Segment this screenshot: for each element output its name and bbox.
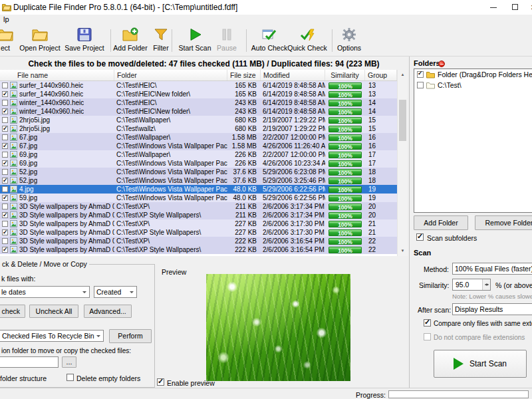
- cell-file-name: surfer_1440x960.heic: [0, 81, 114, 90]
- table-row[interactable]: 59.jpgC:\Test\Windows Vista Wallpaper Pa…: [0, 194, 397, 202]
- column-header-modified[interactable]: Modified: [261, 70, 325, 80]
- row-checkbox[interactable]: [2, 134, 8, 140]
- row-checkbox[interactable]: [2, 229, 8, 235]
- cell-modified: 2/6/2006 3:16:54 PM: [261, 237, 325, 245]
- column-header-file-name[interactable]: File name: [0, 70, 114, 80]
- row-checkbox[interactable]: [2, 143, 8, 149]
- table-row[interactable]: 3D Style wallpapers by AhmaD 004.jpgC:\T…: [0, 219, 397, 228]
- row-checkbox[interactable]: [2, 100, 8, 106]
- check-button[interactable]: check: [0, 305, 25, 318]
- menu-help-partial[interactable]: lp: [1, 15, 11, 23]
- enable-preview-checkbox[interactable]: [157, 378, 164, 386]
- row-checkbox[interactable]: [2, 195, 8, 201]
- minimize-button[interactable]: [484, 0, 503, 15]
- scroll-up-arrow-icon[interactable]: ▲: [398, 70, 408, 80]
- cell-folder: C:\Test\Windows Vista Wallpaper Pack\: [114, 142, 227, 150]
- after-scan-combo[interactable]: Display Results: [452, 303, 532, 315]
- table-row[interactable]: 69.jpgC:\Test\Windows Vista Wallpaper Pa…: [0, 159, 397, 168]
- compare-same-extensions-checkbox[interactable]: [424, 319, 431, 327]
- spin-down-icon[interactable]: [485, 284, 489, 288]
- table-row[interactable]: 3D Style wallpapers by AhmaD 003.jpgC:\T…: [0, 211, 397, 219]
- similarity-spinner[interactable]: 95.0: [452, 279, 491, 291]
- column-header-file-size[interactable]: File size: [227, 70, 261, 80]
- cell-folder: C:\Test\Windows Vista Wallpaper Pack\: [114, 168, 227, 176]
- table-row[interactable]: winter_1440x960.heicC:\Test\HEIC\New fol…: [0, 107, 397, 116]
- maximize-button[interactable]: [505, 0, 524, 15]
- row-checkbox[interactable]: [2, 212, 8, 218]
- action-combo[interactable]: Checked Files To Recycle Bin: [0, 330, 104, 342]
- table-row[interactable]: 2hrjo5i.jpgC:\Test\wallz\680 KB2/19/2007…: [0, 124, 397, 133]
- table-row[interactable]: 69.jpgC:\Test\Wallpaper\226 KB2/2/2007 1…: [0, 150, 397, 159]
- row-checkbox[interactable]: [2, 91, 8, 97]
- cell-file-name: 67.jpg: [0, 133, 114, 142]
- table-row[interactable]: surfer_1440x960.heicC:\Test\HEIC\New fol…: [0, 90, 397, 98]
- table-row[interactable]: 3D Style wallpapers by AhmaD 005.jpgC:\T…: [0, 245, 397, 254]
- scan-subfolders-checkbox[interactable]: [416, 233, 424, 241]
- spinner-arrows[interactable]: [482, 279, 490, 290]
- cell-modified: 2/19/2007 1:29:22 PM: [261, 116, 325, 124]
- row-checkbox[interactable]: [2, 186, 8, 192]
- add-folder-button[interactable]: Add Folder: [414, 215, 468, 230]
- table-row[interactable]: 52.jpgC:\Test\Windows Vista Wallpaper Pa…: [0, 168, 397, 176]
- row-checkbox[interactable]: [2, 238, 8, 244]
- browse-button[interactable]: ...: [62, 356, 76, 368]
- table-row[interactable]: 3D Style wallpapers by AhmaD 004.jpgC:\T…: [0, 228, 397, 237]
- row-checkbox[interactable]: [2, 108, 8, 114]
- destination-folder-input[interactable]: [0, 356, 59, 368]
- table-row[interactable]: 67.jpgC:\Test\Windows Vista Wallpaper Pa…: [0, 142, 397, 150]
- uncheck-all-button[interactable]: Uncheck All: [29, 305, 78, 318]
- column-header-similarity[interactable]: Similarity: [325, 70, 365, 80]
- table-row[interactable]: 3D Style wallpapers by AhmaD 005.jpgC:\T…: [0, 237, 397, 245]
- folder-checkbox[interactable]: [417, 82, 424, 88]
- toolbar-options-button[interactable]: Options: [327, 27, 371, 52]
- perform-button[interactable]: Perform: [109, 329, 152, 343]
- toolbar-auto-check-button[interactable]: Auto Check: [248, 27, 291, 52]
- row-checkbox[interactable]: [2, 169, 8, 175]
- cell-file-name: 2hrjo5i.jpg: [0, 124, 114, 133]
- table-row[interactable]: 3D Style wallpapers by AhmaD 003.jpgC:\T…: [0, 202, 397, 211]
- toolbar-save-project-button[interactable]: Save Project: [61, 27, 108, 52]
- created-combo[interactable]: Created: [94, 286, 137, 298]
- table-row[interactable]: surfer_1440x960.heicC:\Test\HEIC\165 KB6…: [0, 81, 397, 90]
- image-file-icon: [10, 160, 17, 167]
- row-checkbox[interactable]: [2, 221, 8, 227]
- scroll-down-arrow-icon[interactable]: ▼: [398, 246, 408, 256]
- row-checkbox[interactable]: [2, 126, 8, 132]
- row-checkbox[interactable]: [2, 247, 8, 253]
- row-checkbox[interactable]: [2, 82, 8, 88]
- progress-bar: [388, 390, 529, 398]
- file-dates-combo[interactable]: le dates: [0, 286, 90, 298]
- folder-checkbox[interactable]: [417, 71, 424, 78]
- remove-all-folders-icon[interactable]: [438, 61, 445, 67]
- toolbar-new-project-button[interactable]: ect: [0, 27, 19, 52]
- start-scan-button[interactable]: Start Scan: [434, 350, 527, 378]
- quick-check-icon: [285, 27, 329, 43]
- table-row[interactable]: 52.jpgC:\Test\Windows Vista Wallpaper Pa…: [0, 176, 397, 185]
- row-checkbox[interactable]: [2, 117, 8, 123]
- folder-list-item[interactable]: C:\Test\: [414, 80, 532, 90]
- toolbar-open-project-button[interactable]: Open Project: [17, 27, 63, 52]
- row-checkbox[interactable]: [2, 152, 8, 158]
- table-vertical-scrollbar[interactable]: ▲ ▼: [397, 70, 407, 256]
- advanced-button[interactable]: Advanced...: [84, 305, 132, 318]
- remove-folders-button[interactable]: Remove Folders: [475, 215, 532, 230]
- method-combo[interactable]: 100% Equal Files (faster): [452, 263, 532, 275]
- cell-similarity: 100%: [325, 176, 365, 185]
- toolbar-quick-check-button[interactable]: Quick Check: [285, 27, 329, 52]
- scrollbar-thumb[interactable]: [399, 100, 406, 141]
- table-row[interactable]: winter_1440x960.heicC:\Test\HEIC\243 KB6…: [0, 98, 397, 107]
- folders-list[interactable]: Folder (Drag&Drop Folders Here)C:\Test\: [414, 68, 532, 213]
- column-header-group[interactable]: Group: [365, 70, 397, 80]
- table-row[interactable]: 4.jpgC:\Test\Windows Vista Wallpaper Pac…: [0, 185, 397, 194]
- folder-list-item[interactable]: Folder (Drag&Drop Folders Here): [414, 69, 532, 80]
- row-checkbox[interactable]: [2, 203, 8, 209]
- column-header-folder[interactable]: Folder: [114, 70, 227, 80]
- row-checkbox[interactable]: [2, 178, 8, 184]
- table-row[interactable]: 67.jpgC:\Test\Wallpaper\1.58 MB2/2/2007 …: [0, 133, 397, 142]
- delete-empty-folders-checkbox[interactable]: [66, 374, 74, 381]
- cell-modified: 2/6/2006 3:17:30 PM: [261, 219, 325, 228]
- folder-structure-checkbox-label[interactable]: folder structure: [0, 374, 47, 382]
- row-checkbox[interactable]: [2, 160, 8, 166]
- close-button[interactable]: ✕: [524, 0, 532, 15]
- table-row[interactable]: 2hrjo5i.jpgC:\Test\Wallpaper\680 KB2/19/…: [0, 116, 397, 124]
